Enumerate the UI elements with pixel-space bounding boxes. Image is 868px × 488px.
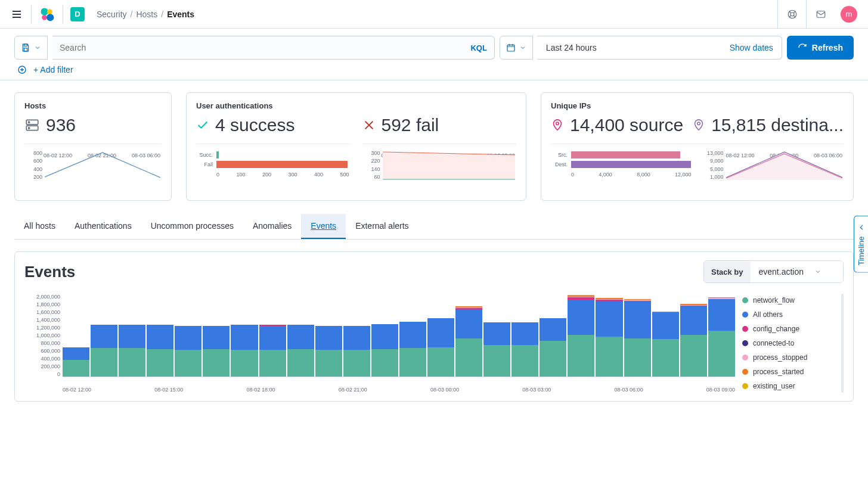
- tab-events[interactable]: Events: [301, 214, 346, 239]
- histogram-bar[interactable]: [680, 304, 707, 377]
- auth-success-unit: success: [230, 115, 294, 135]
- histogram-bar[interactable]: [63, 347, 89, 377]
- hbar-label: Dest.: [551, 161, 568, 167]
- user-menu-button[interactable]: m: [835, 0, 863, 29]
- x-tick: 4,000: [599, 172, 612, 178]
- histogram-bar[interactable]: [287, 325, 314, 377]
- elastic-logo-icon[interactable]: [39, 6, 55, 23]
- histogram-bar[interactable]: [119, 325, 145, 377]
- timeline-flyout-toggle[interactable]: Timeline: [854, 215, 868, 273]
- legend-label: existing_user: [753, 382, 795, 390]
- legend-item[interactable]: connected-to: [742, 339, 838, 347]
- stack-by-select[interactable]: event.action: [751, 261, 844, 282]
- x-tick: 08-03 03:00: [522, 387, 551, 393]
- add-filter-button[interactable]: + Add filter: [33, 65, 73, 74]
- stack-by-control: Stack by event.action: [703, 260, 844, 283]
- events-panel: Events Stack by event.action 2,000,0001,…: [14, 251, 854, 402]
- hamburger-icon: [11, 9, 22, 20]
- histogram-bar[interactable]: [343, 326, 370, 377]
- search-input[interactable]: [60, 43, 470, 52]
- histogram-bar[interactable]: [512, 322, 538, 377]
- ips-sparkline: 13,000 9,000 5,000 1,000: [702, 150, 844, 192]
- histogram-bar[interactable]: [455, 306, 482, 377]
- y-tick: 400,000: [24, 356, 60, 362]
- x-tick: 400: [314, 172, 323, 178]
- legend-item[interactable]: config_change: [742, 325, 838, 333]
- legend-swatch-icon: [742, 297, 748, 303]
- breadcrumb-link[interactable]: Security: [97, 10, 127, 19]
- breadcrumb-sep: /: [131, 10, 133, 19]
- x-tick: 500: [340, 172, 349, 178]
- y-tick: 200,000: [24, 363, 60, 369]
- histogram-bar[interactable]: [708, 297, 735, 377]
- y-tick: 2,000,000: [24, 294, 60, 300]
- help-button[interactable]: [777, 0, 806, 29]
- y-tick: 1,200,000: [24, 325, 60, 331]
- histogram-bar[interactable]: [231, 325, 258, 377]
- events-histogram: 2,000,0001,800,0001,600,0001,400,0001,20…: [24, 294, 735, 393]
- x-tick: 08-02 21:00: [339, 387, 367, 393]
- legend-swatch-icon: [742, 326, 748, 332]
- show-dates-link[interactable]: Show dates: [730, 43, 773, 52]
- histogram-bar[interactable]: [175, 326, 202, 377]
- tab-authentications[interactable]: Authentications: [65, 214, 141, 239]
- histogram-bar[interactable]: [259, 325, 286, 377]
- histogram-bar[interactable]: [540, 318, 566, 377]
- tab-all-hosts[interactable]: All hosts: [14, 214, 65, 239]
- tab-uncommon-processes[interactable]: Uncommon processes: [141, 214, 243, 239]
- legend-swatch-icon: [742, 312, 748, 318]
- refresh-button[interactable]: Refresh: [787, 36, 854, 60]
- y-tick: 600,000: [24, 348, 60, 354]
- y-tick: 220: [362, 158, 380, 164]
- legend-swatch-icon: [742, 340, 748, 346]
- legend-item[interactable]: All others: [742, 310, 838, 319]
- histogram-bar[interactable]: [147, 325, 173, 377]
- kql-toggle[interactable]: KQL: [470, 43, 486, 52]
- legend-item[interactable]: process_stopped: [742, 353, 838, 362]
- svg-point-1: [47, 9, 52, 14]
- nav-toggle-button[interactable]: [5, 2, 29, 26]
- y-tick: 9,000: [702, 158, 724, 164]
- saved-query-button[interactable]: [14, 36, 48, 60]
- avatar: m: [841, 6, 857, 23]
- y-tick: 200: [24, 174, 42, 180]
- svg-marker-18: [726, 152, 843, 180]
- histogram-bar[interactable]: [203, 326, 230, 377]
- host-icon: [24, 117, 40, 133]
- histogram-bar[interactable]: [371, 324, 398, 377]
- x-tick: 0: [571, 172, 574, 178]
- date-range-display[interactable]: Last 24 hours Show dates: [538, 36, 782, 60]
- breadcrumb-link[interactable]: Hosts: [136, 10, 157, 19]
- page-content: Hosts 936 800 600 400 200 08-02 12:00 0: [0, 80, 868, 414]
- events-legend: network_flowAll othersconfig_changeconne…: [742, 294, 844, 393]
- histogram-bar[interactable]: [568, 295, 594, 377]
- breadcrumbs: Security / Hosts / Events: [97, 10, 194, 19]
- histogram-bar[interactable]: [483, 322, 510, 377]
- divider: [31, 5, 32, 24]
- histogram-bar[interactable]: [624, 299, 651, 377]
- date-quick-select[interactable]: [500, 36, 533, 60]
- svg-point-3: [46, 14, 54, 21]
- x-tick: 300: [288, 172, 297, 178]
- histogram-bar[interactable]: [427, 318, 454, 377]
- legend-item[interactable]: process_started: [742, 368, 838, 376]
- histogram-bar[interactable]: [652, 312, 679, 377]
- legend-item[interactable]: existing_user: [742, 382, 838, 390]
- histogram-bar[interactable]: [596, 298, 622, 377]
- x-tick: 200: [262, 172, 271, 178]
- tab-anomalies[interactable]: Anomalies: [243, 214, 301, 239]
- x-tick: 0: [216, 172, 219, 178]
- newsfeed-button[interactable]: [806, 0, 835, 29]
- auth-sparkline: 300 220 140 60: [362, 150, 517, 192]
- hbar-label: Src.: [551, 152, 568, 158]
- space-selector[interactable]: D: [70, 7, 85, 21]
- tab-external-alerts[interactable]: External alerts: [346, 214, 418, 239]
- histogram-bar[interactable]: [315, 326, 342, 377]
- chevron-left-icon: [857, 223, 866, 231]
- y-tick: 800: [24, 150, 42, 156]
- date-range-label: Last 24 hours: [546, 43, 597, 52]
- histogram-bar[interactable]: [399, 322, 426, 377]
- legend-item[interactable]: network_flow: [742, 296, 838, 304]
- histogram-bar[interactable]: [91, 325, 117, 377]
- y-tick: 800,000: [24, 340, 60, 346]
